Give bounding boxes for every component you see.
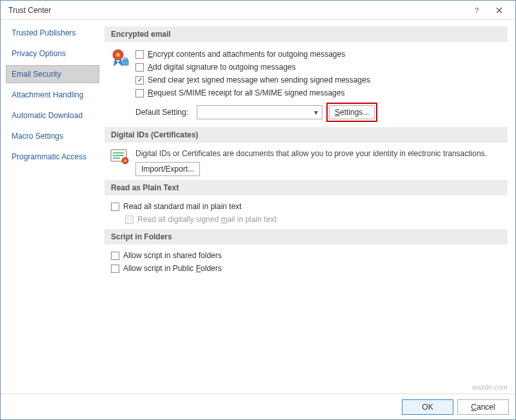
sidebar-item-email-security[interactable]: Email Security [6, 65, 99, 83]
ribbon-shield-icon [111, 48, 129, 70]
section-header-plaintext: Read as Plain Text [104, 180, 508, 195]
checkbox-label: Allow script in shared folders [123, 250, 222, 261]
sidebar-item-label: Macro Settings [12, 132, 63, 141]
digitalids-desc: Digital IDs or Certificates are document… [135, 149, 508, 158]
sidebar-item-label: Attachment Handling [12, 90, 83, 99]
close-button[interactable] [488, 3, 510, 18]
sidebar-item-label: Email Security [12, 70, 61, 79]
import-export-button[interactable]: Import/Export... [135, 162, 200, 176]
section-header-script: Script in Folders [104, 229, 508, 245]
checkbox-label: Encrypt contents and attachments for out… [148, 48, 345, 60]
svg-rect-6 [124, 58, 127, 61]
checkbox-label: Allow script in Public Folders [123, 263, 222, 274]
sidebar-item-label: Trusted Publishers [12, 28, 76, 37]
svg-point-4 [116, 53, 120, 57]
settings-button[interactable]: Settings... [329, 105, 375, 119]
content-panel: Encrypted email Encrypt contents and att… [101, 20, 515, 394]
checkbox-label: Read all standard mail in plain text [123, 201, 241, 212]
sidebar-item-label: Automatic Download [12, 111, 83, 120]
window-title: Trust Center [6, 6, 466, 15]
sidebar-item-programmatic-access[interactable]: Programmatic Access [6, 148, 99, 166]
checkbox-request-receipt[interactable] [135, 89, 144, 97]
checkbox-script-shared[interactable] [111, 252, 119, 260]
sidebar-item-privacy-options[interactable]: Privacy Options [6, 45, 99, 63]
checkbox-label: Request S/MIME receipt for all S/MIME si… [148, 87, 344, 99]
ok-button[interactable]: OK [402, 399, 453, 415]
checkbox-read-standard-plain[interactable] [111, 203, 119, 211]
svg-text:?: ? [475, 7, 479, 14]
watermark: wsxdn.com [472, 383, 508, 391]
section-header-encrypted: Encrypted email [104, 26, 508, 42]
titlebar: Trust Center ? [1, 1, 515, 20]
checkbox-clear-text[interactable] [135, 76, 144, 85]
cancel-button[interactable]: Cancel [457, 399, 509, 415]
checkbox-label: Read all digitally signed mail in plain … [137, 214, 276, 225]
certificate-icon [110, 149, 130, 166]
checkbox-script-public[interactable] [111, 265, 119, 273]
checkbox-add-signature[interactable] [135, 63, 144, 72]
checkbox-label: Send clear text signed message when send… [148, 74, 370, 86]
sidebar-item-attachment-handling[interactable]: Attachment Handling [6, 86, 99, 104]
dialog-footer: OK Cancel [1, 394, 515, 419]
settings-highlight: Settings... [326, 103, 377, 122]
checkbox-encrypt[interactable] [135, 50, 144, 59]
checkbox-label: Add digital signature to outgoing messag… [148, 61, 296, 73]
sidebar-item-label: Privacy Options [12, 49, 66, 58]
sidebar: Trusted Publishers Privacy Options Email… [1, 20, 101, 394]
default-setting-label: Default Setting: [135, 108, 197, 117]
sidebar-item-trusted-publishers[interactable]: Trusted Publishers [6, 24, 99, 42]
sidebar-item-macro-settings[interactable]: Macro Settings [6, 127, 99, 145]
chevron-down-icon: ▼ [313, 109, 319, 116]
help-button[interactable]: ? [466, 3, 488, 18]
section-header-digitalids: Digital IDs (Certificates) [104, 127, 508, 143]
sidebar-item-automatic-download[interactable]: Automatic Download [6, 106, 99, 125]
sidebar-item-label: Programmatic Access [12, 152, 86, 161]
svg-point-12 [124, 159, 126, 162]
default-setting-combo[interactable]: ▼ [197, 105, 322, 119]
checkbox-read-signed-plain [125, 215, 134, 224]
